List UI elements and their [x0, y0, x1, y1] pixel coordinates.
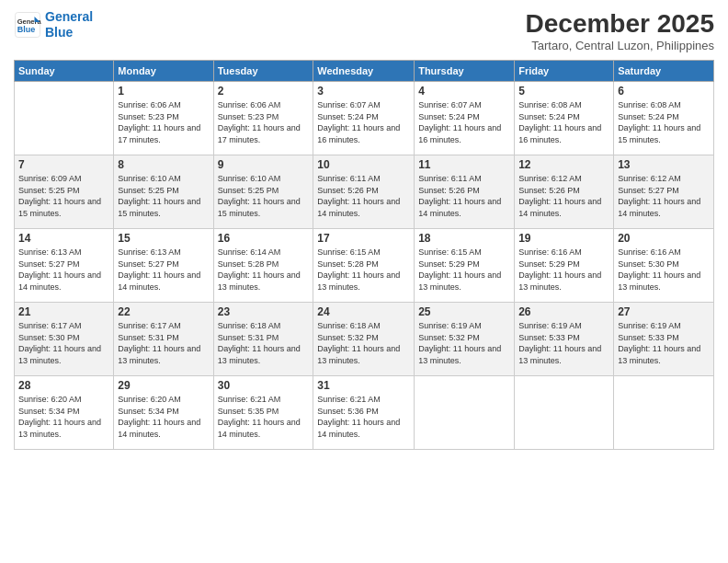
- table-row: 27Sunrise: 6:19 AMSunset: 5:33 PMDayligh…: [614, 303, 714, 376]
- table-row: 3Sunrise: 6:07 AMSunset: 5:24 PMDaylight…: [313, 82, 415, 155]
- day-detail: Sunrise: 6:16 AMSunset: 5:30 PMDaylight:…: [618, 247, 710, 293]
- day-detail: Sunrise: 6:12 AMSunset: 5:27 PMDaylight:…: [618, 173, 710, 219]
- day-detail: Sunrise: 6:18 AMSunset: 5:31 PMDaylight:…: [218, 320, 310, 366]
- table-row: 2Sunrise: 6:06 AMSunset: 5:23 PMDaylight…: [213, 82, 313, 155]
- day-number: 8: [118, 158, 209, 171]
- day-detail: Sunrise: 6:15 AMSunset: 5:29 PMDaylight:…: [418, 247, 510, 293]
- day-detail: Sunrise: 6:08 AMSunset: 5:24 PMDaylight:…: [618, 99, 710, 145]
- col-friday: Friday: [515, 61, 614, 82]
- day-detail: Sunrise: 6:20 AMSunset: 5:34 PMDaylight:…: [18, 394, 109, 440]
- logo-icon: General Blue: [14, 11, 41, 39]
- day-number: 12: [518, 158, 609, 171]
- day-number: 15: [118, 232, 209, 245]
- table-row: 28Sunrise: 6:20 AMSunset: 5:34 PMDayligh…: [15, 376, 114, 450]
- day-detail: Sunrise: 6:16 AMSunset: 5:29 PMDaylight:…: [518, 247, 609, 293]
- table-row: 17Sunrise: 6:15 AMSunset: 5:28 PMDayligh…: [313, 229, 415, 303]
- day-number: 18: [418, 232, 510, 245]
- day-detail: Sunrise: 6:19 AMSunset: 5:33 PMDaylight:…: [618, 320, 710, 366]
- day-number: 5: [518, 85, 609, 98]
- week-row-1: 1Sunrise: 6:06 AMSunset: 5:23 PMDaylight…: [15, 82, 714, 155]
- calendar-table: Sunday Monday Tuesday Wednesday Thursday…: [14, 60, 714, 450]
- day-number: 16: [218, 232, 310, 245]
- table-row: 19Sunrise: 6:16 AMSunset: 5:29 PMDayligh…: [515, 229, 614, 303]
- table-row: 5Sunrise: 6:08 AMSunset: 5:24 PMDaylight…: [515, 82, 614, 155]
- day-number: 21: [18, 305, 109, 318]
- day-number: 11: [418, 158, 510, 171]
- logo-text: General Blue: [45, 9, 93, 40]
- day-detail: Sunrise: 6:06 AMSunset: 5:23 PMDaylight:…: [218, 99, 310, 145]
- day-detail: Sunrise: 6:14 AMSunset: 5:28 PMDaylight:…: [218, 247, 310, 293]
- day-number: 27: [618, 305, 710, 318]
- table-row: 31Sunrise: 6:21 AMSunset: 5:36 PMDayligh…: [313, 376, 415, 450]
- day-detail: Sunrise: 6:07 AMSunset: 5:24 PMDaylight:…: [317, 99, 410, 145]
- table-row: 15Sunrise: 6:13 AMSunset: 5:27 PMDayligh…: [114, 229, 213, 303]
- day-detail: Sunrise: 6:12 AMSunset: 5:26 PMDaylight:…: [518, 173, 609, 219]
- day-detail: Sunrise: 6:20 AMSunset: 5:34 PMDaylight:…: [118, 394, 209, 440]
- col-thursday: Thursday: [415, 61, 515, 82]
- table-row: [15, 82, 114, 155]
- logo: General Blue General Blue: [14, 9, 93, 40]
- day-detail: Sunrise: 6:10 AMSunset: 5:25 PMDaylight:…: [118, 173, 209, 219]
- table-row: 21Sunrise: 6:17 AMSunset: 5:30 PMDayligh…: [15, 303, 114, 376]
- table-row: 4Sunrise: 6:07 AMSunset: 5:24 PMDaylight…: [415, 82, 515, 155]
- day-number: 7: [18, 158, 109, 171]
- day-detail: Sunrise: 6:11 AMSunset: 5:26 PMDaylight:…: [418, 173, 510, 219]
- svg-text:Blue: Blue: [17, 24, 36, 33]
- day-detail: Sunrise: 6:11 AMSunset: 5:26 PMDaylight:…: [317, 173, 410, 219]
- table-row: 16Sunrise: 6:14 AMSunset: 5:28 PMDayligh…: [213, 229, 313, 303]
- table-row: 7Sunrise: 6:09 AMSunset: 5:25 PMDaylight…: [15, 155, 114, 229]
- table-row: 22Sunrise: 6:17 AMSunset: 5:31 PMDayligh…: [114, 303, 213, 376]
- table-row: 14Sunrise: 6:13 AMSunset: 5:27 PMDayligh…: [15, 229, 114, 303]
- day-number: 2: [218, 85, 310, 98]
- week-row-5: 28Sunrise: 6:20 AMSunset: 5:34 PMDayligh…: [15, 376, 714, 450]
- col-sunday: Sunday: [15, 61, 114, 82]
- col-tuesday: Tuesday: [213, 61, 313, 82]
- day-detail: Sunrise: 6:18 AMSunset: 5:32 PMDaylight:…: [317, 320, 410, 366]
- table-row: 13Sunrise: 6:12 AMSunset: 5:27 PMDayligh…: [614, 155, 714, 229]
- day-detail: Sunrise: 6:10 AMSunset: 5:25 PMDaylight:…: [218, 173, 310, 219]
- table-row: 10Sunrise: 6:11 AMSunset: 5:26 PMDayligh…: [313, 155, 415, 229]
- day-detail: Sunrise: 6:15 AMSunset: 5:28 PMDaylight:…: [317, 247, 410, 293]
- day-number: 25: [418, 305, 510, 318]
- col-monday: Monday: [114, 61, 213, 82]
- page-container: General Blue General Blue December 2025 …: [0, 0, 728, 563]
- day-number: 1: [118, 85, 209, 98]
- day-detail: Sunrise: 6:06 AMSunset: 5:23 PMDaylight:…: [118, 99, 209, 145]
- title-block: December 2025 Tartaro, Central Luzon, Ph…: [526, 9, 714, 52]
- table-row: 9Sunrise: 6:10 AMSunset: 5:25 PMDaylight…: [213, 155, 313, 229]
- day-detail: Sunrise: 6:17 AMSunset: 5:30 PMDaylight:…: [18, 320, 109, 366]
- table-row: [515, 376, 614, 450]
- day-number: 22: [118, 305, 209, 318]
- col-wednesday: Wednesday: [313, 61, 415, 82]
- table-row: 23Sunrise: 6:18 AMSunset: 5:31 PMDayligh…: [213, 303, 313, 376]
- month-title: December 2025: [526, 9, 714, 39]
- table-row: [415, 376, 515, 450]
- day-number: 10: [317, 158, 410, 171]
- day-number: 17: [317, 232, 410, 245]
- day-detail: Sunrise: 6:13 AMSunset: 5:27 PMDaylight:…: [118, 247, 209, 293]
- week-row-4: 21Sunrise: 6:17 AMSunset: 5:30 PMDayligh…: [15, 303, 714, 376]
- day-number: 3: [317, 85, 410, 98]
- day-number: 26: [518, 305, 609, 318]
- day-number: 30: [218, 379, 310, 392]
- week-row-3: 14Sunrise: 6:13 AMSunset: 5:27 PMDayligh…: [15, 229, 714, 303]
- table-row: 6Sunrise: 6:08 AMSunset: 5:24 PMDaylight…: [614, 82, 714, 155]
- location-text: Tartaro, Central Luzon, Philippines: [526, 39, 714, 52]
- day-detail: Sunrise: 6:17 AMSunset: 5:31 PMDaylight:…: [118, 320, 209, 366]
- table-row: 30Sunrise: 6:21 AMSunset: 5:35 PMDayligh…: [213, 376, 313, 450]
- day-number: 13: [618, 158, 710, 171]
- day-detail: Sunrise: 6:08 AMSunset: 5:24 PMDaylight:…: [518, 99, 609, 145]
- day-detail: Sunrise: 6:09 AMSunset: 5:25 PMDaylight:…: [18, 173, 109, 219]
- table-row: 1Sunrise: 6:06 AMSunset: 5:23 PMDaylight…: [114, 82, 213, 155]
- table-row: [614, 376, 714, 450]
- day-number: 14: [18, 232, 109, 245]
- day-number: 24: [317, 305, 410, 318]
- day-number: 20: [618, 232, 710, 245]
- day-number: 23: [218, 305, 310, 318]
- day-number: 4: [418, 85, 510, 98]
- week-row-2: 7Sunrise: 6:09 AMSunset: 5:25 PMDaylight…: [15, 155, 714, 229]
- col-saturday: Saturday: [614, 61, 714, 82]
- calendar-header-row: Sunday Monday Tuesday Wednesday Thursday…: [15, 61, 714, 82]
- table-row: 12Sunrise: 6:12 AMSunset: 5:26 PMDayligh…: [515, 155, 614, 229]
- day-detail: Sunrise: 6:19 AMSunset: 5:32 PMDaylight:…: [418, 320, 510, 366]
